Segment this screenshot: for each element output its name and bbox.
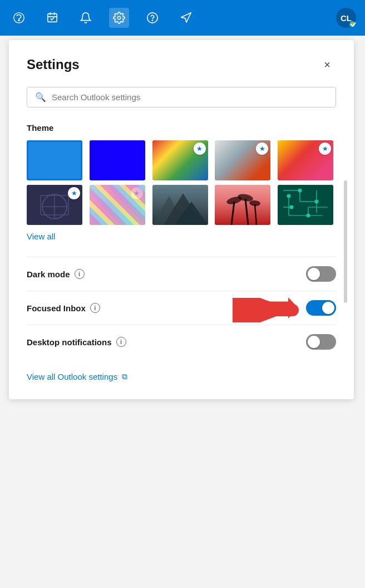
theme-8[interactable]	[215, 185, 270, 225]
svg-line-15	[231, 202, 234, 225]
view-all-settings-row: View all Outlook settings ⧉	[27, 363, 336, 381]
external-link-icon: ⧉	[122, 372, 127, 381]
desktop-notifications-row: Desktop notifications i	[27, 325, 336, 359]
dark-mode-knob	[308, 268, 320, 280]
dark-mode-info-icon[interactable]: i	[75, 269, 85, 279]
svg-point-6	[147, 13, 157, 23]
svg-line-17	[255, 204, 257, 225]
mountain-graphic	[152, 185, 208, 225]
topbar: CL	[0, 0, 365, 36]
svg-point-20	[249, 200, 261, 207]
svg-point-33	[287, 194, 290, 198]
svg-point-32	[307, 214, 310, 217]
dark-mode-row: Dark mode i	[27, 257, 336, 291]
dark-mode-label: Dark mode	[27, 270, 70, 279]
search-icon: 🔍	[35, 92, 46, 102]
search-box: 🔍	[27, 87, 336, 107]
megaphone-icon[interactable]	[176, 8, 196, 28]
close-button[interactable]: ×	[318, 56, 336, 74]
panel-title: Settings	[27, 57, 80, 72]
help-icon[interactable]	[142, 8, 162, 28]
desktop-notifications-knob	[308, 336, 320, 348]
theme-0[interactable]	[27, 140, 82, 180]
svg-point-5	[117, 16, 121, 19]
theme-4[interactable]: ★	[278, 140, 333, 180]
panel-header: Settings ×	[27, 56, 336, 74]
svg-point-0	[18, 20, 19, 21]
focused-inbox-info-icon[interactable]: i	[90, 303, 100, 313]
settings-panel: Settings × 🔍 Theme ★ ★ ★	[9, 40, 354, 399]
palm-graphic	[215, 185, 270, 225]
theme-1[interactable]	[90, 140, 145, 180]
avatar[interactable]: CL	[336, 8, 356, 28]
svg-line-16	[245, 199, 248, 225]
arrow-annotation	[233, 298, 299, 322]
dark-mode-toggle[interactable]	[306, 266, 336, 282]
theme-2[interactable]: ★	[152, 140, 208, 180]
theme-section-label: Theme	[27, 123, 336, 133]
calendar-check-icon[interactable]	[42, 8, 62, 28]
view-all-settings-link[interactable]: View all Outlook settings	[27, 372, 117, 381]
search-input[interactable]	[52, 92, 328, 102]
theme-6[interactable]: ★	[90, 185, 145, 225]
premium-badge: ★	[194, 143, 206, 155]
focused-inbox-toggle[interactable]	[306, 300, 336, 316]
focused-inbox-label: Focused Inbox	[27, 303, 86, 313]
view-all-themes-link[interactable]: View all	[27, 232, 55, 241]
theme-grid: ★ ★ ★ ★ ★	[27, 140, 336, 225]
svg-rect-1	[48, 14, 57, 22]
theme-7[interactable]	[152, 185, 208, 225]
circuit-graphic	[278, 185, 333, 225]
premium-badge: ★	[256, 143, 268, 155]
desktop-notifications-info-icon[interactable]: i	[116, 337, 126, 347]
sports-graphic	[38, 190, 71, 220]
svg-point-30	[298, 189, 302, 192]
focused-inbox-knob	[322, 302, 334, 314]
focused-inbox-row: Focused Inbox i	[27, 291, 336, 325]
svg-point-31	[315, 200, 318, 203]
theme-9[interactable]	[278, 185, 333, 225]
desktop-notifications-toggle[interactable]	[306, 334, 336, 350]
online-badge	[349, 21, 356, 28]
bell-icon[interactable]	[76, 8, 96, 28]
scrollbar[interactable]	[344, 180, 347, 303]
theme-3[interactable]: ★	[215, 140, 270, 180]
premium-badge: ★	[319, 143, 331, 155]
svg-point-34	[290, 205, 293, 209]
panel-wrapper: Settings × 🔍 Theme ★ ★ ★	[0, 36, 365, 588]
red-arrow-indicator	[248, 297, 298, 318]
settings-icon[interactable]	[109, 8, 129, 28]
desktop-notifications-label: Desktop notifications	[27, 337, 112, 347]
skype-icon[interactable]	[9, 8, 29, 28]
theme-5[interactable]: ★	[27, 185, 82, 225]
